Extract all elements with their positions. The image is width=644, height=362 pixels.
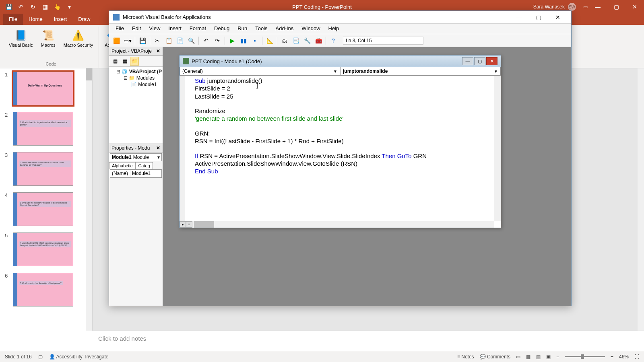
object-browser-icon[interactable]: 🔧 xyxy=(302,36,312,45)
undo-icon[interactable]: ↶ xyxy=(18,4,24,10)
save-icon[interactable]: 💾 xyxy=(138,36,147,45)
notes-toggle[interactable]: ≡ Notes xyxy=(457,354,474,360)
vba-maximize-icon[interactable]: ▢ xyxy=(529,12,548,23)
procedure-view-icon[interactable]: ▸ xyxy=(180,221,186,228)
insert-module-icon[interactable]: ▭▾ xyxy=(123,36,132,45)
slide-thumbnail[interactable]: 3 Who was the seventh President of the I… xyxy=(13,192,73,226)
menu-file[interactable]: File xyxy=(111,24,128,34)
ribbon-display-icon[interactable]: ▭ xyxy=(583,4,588,10)
help-icon[interactable]: ? xyxy=(328,36,338,45)
undo-icon[interactable]: ↶ xyxy=(201,36,211,45)
tab-home[interactable]: Home xyxy=(23,14,48,25)
v-scrollbar[interactable] xyxy=(494,76,501,221)
main-scrollbar[interactable] xyxy=(638,68,644,331)
menu-format[interactable]: Format xyxy=(186,24,210,34)
project-explorer-icon[interactable]: 🗂 xyxy=(280,36,289,45)
prop-name-value[interactable]: Module1 xyxy=(130,170,152,177)
user-avatar[interactable]: SW xyxy=(568,3,576,11)
menu-tools[interactable]: Tools xyxy=(251,24,271,34)
close-icon[interactable]: ✕ xyxy=(156,145,160,151)
tab-draw[interactable]: Draw xyxy=(72,14,96,25)
redo-icon[interactable]: ↷ xyxy=(213,36,222,45)
zoom-slider[interactable] xyxy=(565,356,605,357)
slide-counter[interactable]: Slide 1 of 16 xyxy=(5,354,32,360)
close-icon[interactable]: ✕ xyxy=(625,0,644,14)
paste-icon[interactable]: 📄 xyxy=(175,36,185,45)
slide-thumbnail[interactable]: 2 First Earth orbiter Soviet Union's Spu… xyxy=(13,152,73,186)
run-icon[interactable]: ▶ xyxy=(227,36,237,45)
view-object-icon[interactable]: ▦ xyxy=(120,57,129,66)
maximize-icon[interactable]: ▢ xyxy=(607,0,625,14)
properties-grid[interactable]: (Name) Module1 xyxy=(110,169,162,178)
present-icon[interactable]: ▦ xyxy=(42,4,48,10)
menu-insert[interactable]: Insert xyxy=(164,24,186,34)
reset-icon[interactable]: ▪ xyxy=(250,36,260,45)
module-icon xyxy=(183,58,189,64)
macros-button[interactable]: 📜 Macros xyxy=(39,28,58,49)
break-icon[interactable]: ▮▮ xyxy=(239,36,248,45)
tab-insert[interactable]: Insert xyxy=(48,14,73,25)
menu-window[interactable]: Window xyxy=(297,24,324,34)
menu-run[interactable]: Run xyxy=(233,24,251,34)
sorter-view-icon[interactable]: ▦ xyxy=(526,354,530,360)
close-icon[interactable]: ✕ xyxy=(156,48,160,54)
fit-window-icon[interactable]: ⛶ xyxy=(634,354,639,360)
minimize-icon[interactable]: — xyxy=(462,57,473,65)
object-combo[interactable]: (General)▼ xyxy=(180,67,340,76)
reading-view-icon[interactable]: ▤ xyxy=(536,354,541,360)
close-icon[interactable]: ✕ xyxy=(486,57,497,65)
menu-addins[interactable]: Add-Ins xyxy=(272,24,298,34)
zoom-out-icon[interactable]: − xyxy=(556,354,559,360)
minimize-icon[interactable]: — xyxy=(588,0,607,14)
macro-security-button[interactable]: ⚠️ Macro Security xyxy=(61,28,95,49)
normal-view-icon[interactable]: ▭ xyxy=(516,354,520,360)
view-code-icon[interactable]: ▤ xyxy=(111,57,120,66)
notes-area[interactable]: Click to add notes xyxy=(93,331,644,351)
view-ppt-icon[interactable]: 🟧 xyxy=(111,36,121,45)
tab-file[interactable]: File xyxy=(3,14,23,25)
accessibility-status[interactable]: 👤 Accessibility: Investigate xyxy=(49,354,109,360)
slide-thumbnail[interactable]: 1 What is the third largest continent/la… xyxy=(13,112,73,146)
qat-dropdown-icon[interactable]: ▾ xyxy=(66,4,72,10)
tab-categorized[interactable]: Categ xyxy=(135,162,153,169)
comments-toggle[interactable]: 💬 Comments xyxy=(480,354,510,360)
zoom-level[interactable]: 46% xyxy=(619,354,629,360)
slide-thumbnail[interactable]: 5 Which country has the origin of Inuit … xyxy=(13,273,73,306)
redo-icon[interactable]: ↻ xyxy=(30,4,36,10)
vba-toolbar: 🟧 ▭▾ 💾 ✂ 📋 📄 🔍 ↶ ↷ ▶ ▮▮ ▪ 📐 🗂 📑 🔧 🧰 ? Ln… xyxy=(109,34,571,47)
vba-titlebar[interactable]: Microsoft Visual Basic for Applications … xyxy=(109,11,571,24)
vba-close-icon[interactable]: ✕ xyxy=(549,12,567,23)
full-module-view-icon[interactable]: ≡ xyxy=(186,221,192,228)
copy-icon[interactable]: 📋 xyxy=(164,36,173,45)
slideshow-view-icon[interactable]: ▣ xyxy=(546,354,551,360)
slide-thumbnail[interactable]: 4 Launched in 2006, which planetary expl… xyxy=(13,232,73,266)
slide-number: 6 xyxy=(5,273,10,306)
code-editor[interactable]: Sub jumptorandomslide() FirstSlide = 2 L… xyxy=(180,76,494,221)
save-icon[interactable]: 💾 xyxy=(6,4,12,10)
properties-icon[interactable]: 📑 xyxy=(291,36,301,45)
menu-edit[interactable]: Edit xyxy=(128,24,145,34)
language-icon[interactable]: ▢ xyxy=(38,354,43,360)
touch-icon[interactable]: 👆 xyxy=(54,4,60,10)
menu-view[interactable]: View xyxy=(145,24,164,34)
vba-minimize-icon[interactable]: — xyxy=(510,12,528,23)
toggle-folders-icon[interactable]: 📁 xyxy=(130,57,139,66)
menu-debug[interactable]: Debug xyxy=(210,24,233,34)
menu-help[interactable]: Help xyxy=(324,24,343,34)
design-mode-icon[interactable]: 📐 xyxy=(265,36,275,45)
tab-alphabetic[interactable]: Alphabetic xyxy=(109,162,135,169)
maximize-icon[interactable]: ▢ xyxy=(474,57,485,65)
visual-basic-button[interactable]: 📘 Visual Basic xyxy=(6,28,35,49)
chevron-down-icon: ▼ xyxy=(494,69,498,74)
properties-object-combo[interactable]: Module1 Module ▾ xyxy=(110,153,162,161)
zoom-in-icon[interactable]: + xyxy=(611,354,613,360)
slides-scrollbar[interactable] xyxy=(86,68,92,331)
code-window-titlebar[interactable]: PPT Coding - Module1 (Code) — ▢ ✕ xyxy=(180,56,501,67)
find-icon[interactable]: 🔍 xyxy=(186,36,196,45)
slide-thumbnail[interactable]: Daily Warm Up Questions xyxy=(13,72,73,105)
toolbox-icon[interactable]: 🧰 xyxy=(314,36,323,45)
cut-icon[interactable]: ✂ xyxy=(153,36,162,45)
h-scrollbar[interactable]: ▸≡ xyxy=(180,221,494,228)
prop-name-key: (Name) xyxy=(110,170,130,177)
procedure-combo[interactable]: jumptorandomslide▼ xyxy=(340,67,501,76)
